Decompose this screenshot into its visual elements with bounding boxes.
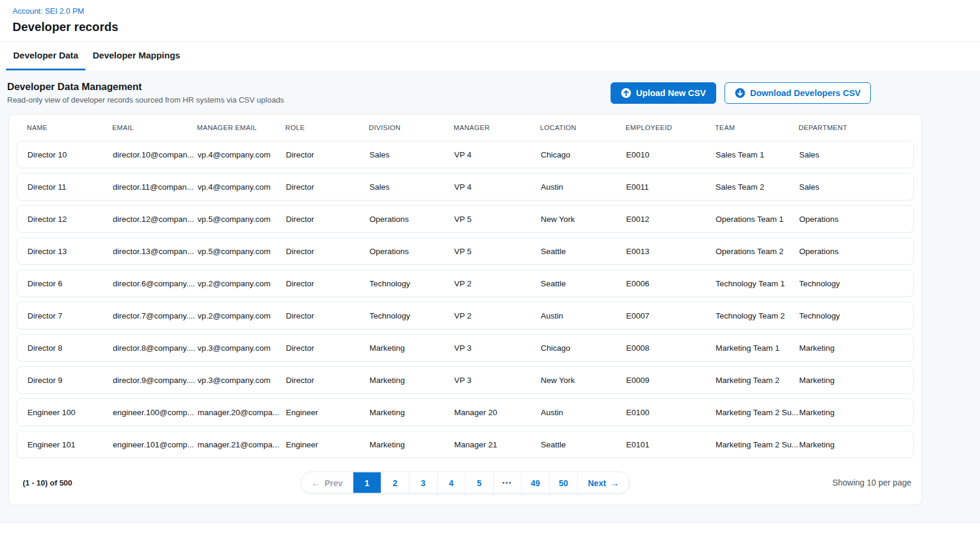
right-arrow-icon: → — [610, 478, 619, 487]
table-cell: vp.5@company.com — [198, 215, 286, 224]
table-cell: Technology — [799, 279, 913, 288]
table-cell: Technology — [369, 311, 454, 320]
page-button-1[interactable]: 1 — [353, 472, 381, 493]
section-subtitle: Read-only view of developer records sour… — [7, 95, 284, 104]
page-header: Account: SEI 2.0 PM Developer records — [0, 0, 980, 42]
column-header-manager: MANAGER — [454, 124, 540, 131]
page-button-4[interactable]: 4 — [437, 472, 465, 493]
table-cell: Director 6 — [27, 279, 113, 288]
table-cell: Technology Team 1 — [716, 279, 799, 288]
table-cell: Austin — [541, 408, 626, 417]
table-cell: Director 10 — [27, 150, 113, 159]
table-cell: director.7@company.... — [113, 311, 198, 320]
next-label: Next — [588, 478, 606, 487]
next-button[interactable]: Next→ — [577, 472, 629, 493]
table-cell: E0101 — [626, 440, 716, 449]
table-cell: E0007 — [626, 311, 716, 320]
page-button-3[interactable]: 3 — [409, 472, 437, 493]
download-button-label: Download Developers CSV — [750, 88, 861, 98]
page-button-50[interactable]: 50 — [549, 472, 577, 493]
column-header-location: LOCATION — [540, 124, 625, 131]
table-cell: VP 4 — [454, 150, 541, 159]
table-cell: director.10@compan... — [113, 150, 198, 159]
table-cell: Marketing — [369, 408, 454, 417]
table-cell: Director 9 — [27, 376, 113, 385]
pagination: ←Prev12345•••4950Next→ — [301, 472, 630, 494]
table-cell: E0006 — [626, 279, 716, 288]
table-cell: VP 4 — [454, 183, 541, 191]
table-cell: VP 2 — [454, 311, 541, 320]
table-cell: Engineer — [286, 440, 369, 449]
table-cell: New York — [541, 376, 626, 385]
page-button-5[interactable]: 5 — [465, 472, 493, 493]
table-cell: Director — [286, 215, 369, 224]
download-developers-csv-button[interactable]: Download Developers CSV — [725, 82, 871, 104]
table-cell: vp.2@company.com — [198, 311, 286, 320]
table-cell: vp.4@company.com — [198, 150, 286, 159]
upload-icon — [621, 88, 631, 98]
table-cell: Sales — [369, 150, 454, 159]
table-cell: vp.3@company.com — [198, 344, 286, 353]
table-cell: vp.3@company.com — [198, 376, 286, 385]
account-link[interactable]: Account: SEI 2.0 PM — [13, 7, 84, 16]
pagination-range: (1 - 10) of 500 — [19, 478, 72, 487]
prev-button[interactable]: ←Prev — [301, 472, 353, 493]
table-cell: Seattle — [541, 279, 626, 288]
table-body: Director 10director.10@compan...vp.4@com… — [9, 141, 922, 458]
table-cell: VP 3 — [454, 376, 541, 385]
table-cell: Sales — [799, 150, 913, 159]
table-cell: Marketing Team 2 — [716, 376, 799, 385]
table-cell: Manager 21 — [454, 440, 541, 449]
table-cell: vp.4@company.com — [198, 183, 286, 191]
table-cell: Marketing Team 2 Su... — [716, 408, 799, 417]
table-row: Engineer 100engineer.100@comp...manager.… — [17, 398, 914, 426]
column-header-role: ROLE — [285, 124, 369, 131]
upload-button-label: Upload New CSV — [636, 88, 706, 98]
table-cell: engineer.100@comp... — [113, 408, 198, 417]
table-cell: Engineer 100 — [27, 408, 113, 417]
table-cell: Marketing — [799, 408, 913, 417]
table-cell: Marketing — [799, 440, 913, 449]
table-row: Director 6director.6@company....vp.2@com… — [17, 270, 914, 297]
table-cell: director.13@compan... — [113, 247, 198, 256]
per-page-label: Showing 10 per page — [833, 478, 911, 487]
table-cell: Marketing — [369, 440, 454, 449]
table-cell: Chicago — [541, 344, 626, 353]
table-cell: Engineer 101 — [27, 440, 113, 449]
table-cell: director.9@company.... — [113, 376, 198, 385]
page-title: Developer records — [13, 20, 980, 34]
tab-developer-mappings[interactable]: Developer Mappings — [85, 42, 187, 70]
column-header-employeeid: EMPLOYEEID — [625, 124, 715, 131]
table-cell: Marketing Team 2 Su... — [716, 440, 799, 449]
section-title: Developer Data Management — [7, 81, 284, 92]
table-cell: Director — [286, 183, 369, 191]
tab-developer-data[interactable]: Developer Data — [6, 42, 85, 70]
table-cell: E0008 — [626, 344, 716, 353]
upload-new-csv-button[interactable]: Upload New CSV — [611, 82, 716, 104]
table-cell: Director 7 — [27, 311, 113, 320]
table-cell: VP 5 — [454, 247, 541, 256]
column-header-department: DEPARTMENT — [799, 124, 914, 131]
table-header-row: NAMEEMAILMANAGER EMAILROLEDIVISIONMANAGE… — [17, 115, 914, 141]
table-cell: vp.2@company.com — [198, 279, 286, 288]
table-cell: Sales — [369, 183, 454, 191]
table-cell: Manager 20 — [454, 408, 541, 417]
table-row: Engineer 101engineer.101@comp...manager.… — [17, 431, 914, 458]
table-cell: Director — [286, 376, 369, 385]
table-cell: E0009 — [626, 376, 716, 385]
table-cell: Operations — [799, 215, 913, 224]
page-button-49[interactable]: 49 — [521, 472, 549, 493]
table-cell: Marketing — [369, 344, 454, 353]
table-cell: director.12@compan... — [113, 215, 198, 224]
table-cell: Operations — [369, 215, 454, 224]
table-row: Director 13director.13@compan...vp.5@com… — [17, 237, 914, 265]
section-header: Developer Data Management Read-only view… — [0, 70, 980, 104]
csv-actions: Upload New CSV Download Developers CSV — [611, 82, 871, 104]
table-cell: manager.21@compa... — [198, 440, 286, 449]
table-cell: Operations Team 2 — [716, 247, 799, 256]
developer-records-page: Account: SEI 2.0 PM Developer records De… — [0, 0, 980, 523]
table-cell: Operations — [369, 247, 454, 256]
table-cell: VP 5 — [454, 215, 541, 224]
column-header-email: EMAIL — [112, 124, 197, 131]
page-button-2[interactable]: 2 — [381, 472, 409, 493]
